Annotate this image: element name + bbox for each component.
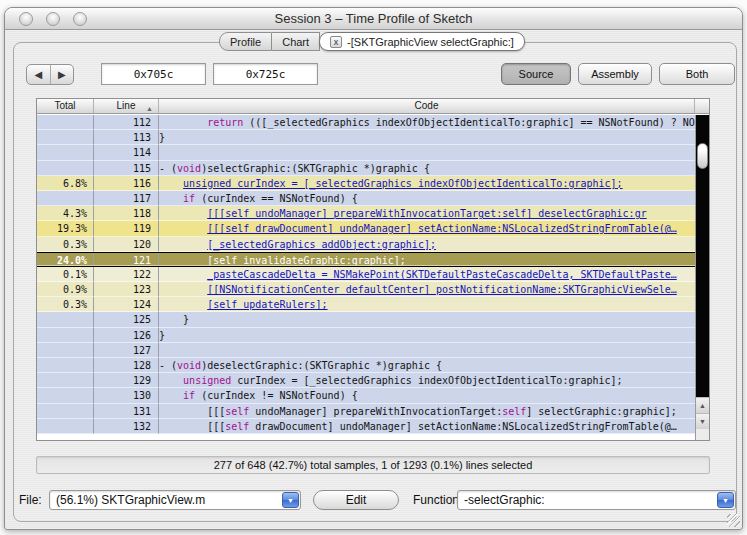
total-percent-cell <box>37 130 94 145</box>
file-combobox-input[interactable] <box>56 492 278 508</box>
code-cell: [self updateRulers]; <box>159 297 695 312</box>
line-number-cell: 115 <box>94 161 159 176</box>
scrollbar-track[interactable] <box>696 115 709 397</box>
column-header-line[interactable]: Line▲ <box>94 99 159 113</box>
total-percent-cell: 0.3% <box>37 297 94 312</box>
total-percent-cell <box>37 161 94 176</box>
forward-icon: ▶ <box>58 69 66 80</box>
code-row[interactable]: 132 [[[self drawDocument] undoManager] s… <box>37 419 695 434</box>
code-row[interactable]: 126 } <box>37 328 695 343</box>
total-percent-cell <box>37 404 94 419</box>
code-rows: 112 return (([_selectedGraphics indexOfO… <box>37 115 695 440</box>
code-row[interactable]: 127 <box>37 343 695 358</box>
sort-ascending-icon: ▲ <box>146 102 153 116</box>
line-number-cell: 112 <box>94 115 159 130</box>
nav-back-button[interactable]: ◀ <box>27 65 51 84</box>
window-title: Session 3 – Time Profile of Sketch <box>5 11 742 26</box>
both-button[interactable]: Both <box>659 63 735 85</box>
code-cell: [[[self undoManager] prepareWithInvocati… <box>159 404 695 419</box>
code-row[interactable]: 125 } <box>37 312 695 327</box>
line-number-cell: 121 <box>94 253 159 266</box>
code-cell: } <box>159 130 695 145</box>
status-bar: 277 of 648 (42.7%) total samples, 1 of 1… <box>36 456 710 474</box>
address-end-field[interactable] <box>213 63 318 85</box>
tab-selected-function[interactable]: x -[SKTGraphicView selectGraphic:] <box>319 32 525 51</box>
scroll-up-button[interactable]: ▲ <box>696 397 709 413</box>
line-number-cell: 120 <box>94 237 159 252</box>
code-cell: [[[self drawDocument] undoManager] setAc… <box>159 419 695 434</box>
code-row[interactable]: 128 - (void)deselectGraphic:(SKTGraphic … <box>37 358 695 373</box>
code-row[interactable]: 117 if (curIndex == NSNotFound) { <box>37 191 695 206</box>
line-number-cell: 116 <box>94 176 159 191</box>
tab-selected-label: -[SKTGraphicView selectGraphic:] <box>347 33 514 51</box>
scrollbar-thumb[interactable] <box>697 143 708 169</box>
column-header-code[interactable]: Code <box>159 99 695 113</box>
file-combobox[interactable]: ▼ <box>49 490 301 510</box>
dropdown-arrow-icon: ▼ <box>287 497 294 504</box>
line-number-cell: 123 <box>94 282 159 297</box>
function-combobox-input[interactable] <box>464 492 713 508</box>
code-row[interactable]: 24.0% 121 [self invalidateGraphic:graphi… <box>37 252 695 267</box>
code-cell: - (void)selectGraphic:(SKTGraphic *)grap… <box>159 161 695 176</box>
tab-close-icon[interactable]: x <box>330 36 342 48</box>
line-number-cell: 127 <box>94 343 159 358</box>
address-start-field[interactable] <box>101 63 206 85</box>
function-combobox[interactable]: ▼ <box>457 490 736 510</box>
line-number-cell: 132 <box>94 419 159 434</box>
code-cell: [_selectedGraphics addObject:graphic]; <box>159 237 695 252</box>
tab-profile[interactable]: Profile <box>219 32 272 51</box>
title-bar[interactable]: Session 3 – Time Profile of Sketch <box>5 8 742 30</box>
code-row[interactable]: 129 unsigned curIndex = [_selectedGraphi… <box>37 373 695 388</box>
code-cell: } <box>159 312 695 327</box>
code-row[interactable]: 0.9% 123 [[NSNotificationCenter defaultC… <box>37 282 695 297</box>
total-percent-cell <box>37 343 94 358</box>
source-button[interactable]: Source <box>501 63 571 85</box>
function-label: Function: <box>413 493 462 507</box>
code-row[interactable]: 114 <box>37 145 695 160</box>
code-row[interactable]: 6.8% 116 unsigned curIndex = [_selectedG… <box>37 176 695 191</box>
code-row[interactable]: 0.1% 122 _pasteCascadeDelta = NSMakePoin… <box>37 267 695 282</box>
line-number-cell: 114 <box>94 145 159 160</box>
scrollbar-header-stub <box>695 99 709 113</box>
code-cell: - (void)deselectGraphic:(SKTGraphic *)gr… <box>159 358 695 373</box>
edit-button[interactable]: Edit <box>313 490 399 510</box>
nav-forward-button[interactable]: ▶ <box>51 65 74 84</box>
code-cell: [self invalidateGraphic:graphic]; <box>159 253 695 266</box>
footer-bar: File: ▼ Edit Function: ▼ <box>5 490 742 512</box>
file-dropdown-button[interactable]: ▼ <box>282 492 299 508</box>
code-cell: _pasteCascadeDelta = NSMakePoint(SKTDefa… <box>159 267 695 282</box>
table-header: Total Line▲ Code <box>37 99 709 114</box>
total-percent-cell <box>37 191 94 206</box>
line-number-cell: 128 <box>94 358 159 373</box>
line-number-cell: 131 <box>94 404 159 419</box>
code-row[interactable]: 131 [[[self undoManager] prepareWithInvo… <box>37 404 695 419</box>
code-row[interactable]: 130 if (curIndex != NSNotFound) { <box>37 388 695 403</box>
code-cell: if (curIndex != NSNotFound) { <box>159 388 695 403</box>
code-cell: [[NSNotificationCenter defaultCenter] po… <box>159 282 695 297</box>
scroll-down-button[interactable]: ▼ <box>696 413 709 429</box>
total-percent-cell: 0.9% <box>37 282 94 297</box>
vertical-scrollbar[interactable]: ▲ ▼ <box>695 115 709 440</box>
scroll-up-icon: ▲ <box>699 402 706 409</box>
function-dropdown-button[interactable]: ▼ <box>717 492 734 508</box>
column-header-total[interactable]: Total <box>37 99 94 113</box>
total-percent-cell <box>37 419 94 434</box>
history-nav-control: ◀ ▶ <box>26 64 74 85</box>
code-row[interactable]: 0.3% 124 [self updateRulers]; <box>37 297 695 312</box>
code-cell: } <box>159 328 695 343</box>
assembly-button[interactable]: Assembly <box>578 63 652 85</box>
code-cell: return (([_selectedGraphics indexOfObjec… <box>159 115 695 130</box>
tab-chart[interactable]: Chart <box>272 32 320 51</box>
line-number-cell: 117 <box>94 191 159 206</box>
code-row[interactable]: 4.3% 118 [[[self undoManager] prepareWit… <box>37 206 695 221</box>
code-row[interactable]: 19.3% 119 [[[self drawDocument] undoMana… <box>37 221 695 236</box>
resize-grip[interactable] <box>727 514 740 527</box>
code-row[interactable]: 115 - (void)selectGraphic:(SKTGraphic *)… <box>37 161 695 176</box>
line-number-cell: 124 <box>94 297 159 312</box>
code-row[interactable]: 113 } <box>37 130 695 145</box>
line-number-cell: 119 <box>94 221 159 236</box>
total-percent-cell <box>37 312 94 327</box>
code-row[interactable]: 0.3% 120 [_selectedGraphics addObject:gr… <box>37 237 695 252</box>
code-row[interactable]: 112 return (([_selectedGraphics indexOfO… <box>37 115 695 130</box>
total-percent-cell: 6.8% <box>37 176 94 191</box>
